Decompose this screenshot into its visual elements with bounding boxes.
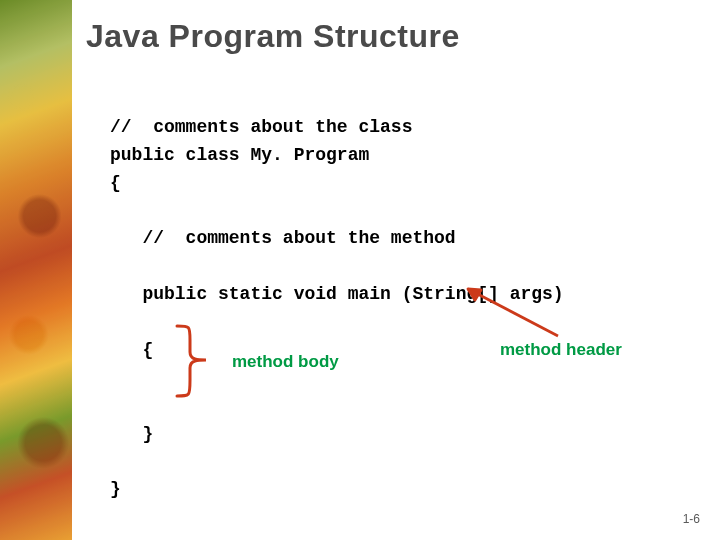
slide-title: Java Program Structure [86, 18, 460, 55]
code-line-1: // comments about the class [110, 117, 412, 137]
code-line-3: { [110, 173, 121, 193]
slide: Java Program Structure // comments about… [0, 0, 720, 540]
page-number: 1-6 [683, 512, 700, 526]
code-line-5: public static void main (String[] args) [110, 284, 564, 304]
label-method-body: method body [232, 352, 339, 372]
label-method-header: method header [500, 340, 622, 360]
code-line-8: } [110, 479, 121, 499]
code-line-7: } [110, 424, 153, 444]
code-block: // comments about the class public class… [110, 86, 564, 532]
decorative-left-bar [0, 0, 72, 540]
code-line-2: public class My. Program [110, 145, 369, 165]
code-line-6: { [110, 340, 153, 360]
code-line-4: // comments about the method [110, 228, 456, 248]
